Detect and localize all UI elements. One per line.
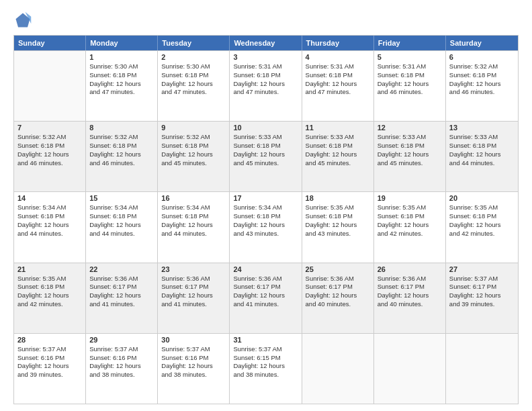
day-number: 5 <box>378 53 442 61</box>
day-number: 16 <box>161 194 226 202</box>
cell-line: and 39 minutes. <box>449 300 515 309</box>
day-number: 20 <box>449 194 515 202</box>
cell-line: and 40 minutes. <box>306 300 370 309</box>
cell-line: Sunset: 6:18 PM <box>89 212 154 221</box>
calendar-cell: 7Sunrise: 5:32 AMSunset: 6:18 PMDaylight… <box>14 122 86 191</box>
calendar-cell: 6Sunrise: 5:32 AMSunset: 6:18 PMDaylight… <box>446 51 518 121</box>
cell-line: Daylight: 12 hours <box>89 80 154 89</box>
day-number: 4 <box>306 53 370 61</box>
cell-line: and 39 minutes. <box>17 371 82 379</box>
cell-line: and 43 minutes. <box>306 230 370 238</box>
cell-line: Sunrise: 5:30 AM <box>161 62 226 71</box>
day-number: 3 <box>233 53 298 61</box>
cell-line: Sunset: 6:16 PM <box>89 354 154 363</box>
cell-line: and 41 minutes. <box>233 300 298 309</box>
day-number: 24 <box>233 265 298 273</box>
calendar-cell: 20Sunrise: 5:35 AMSunset: 6:18 PMDayligh… <box>446 192 518 262</box>
cell-line: Sunset: 6:16 PM <box>17 354 82 363</box>
cell-line: Daylight: 12 hours <box>17 362 82 371</box>
day-number: 19 <box>378 194 442 202</box>
cell-line: Sunrise: 5:30 AM <box>89 62 154 71</box>
cell-line: Sunset: 6:18 PM <box>233 212 298 221</box>
calendar-cell <box>446 334 518 404</box>
cell-line: Sunrise: 5:37 AM <box>89 345 154 354</box>
day-number: 1 <box>89 53 154 61</box>
cell-line: Sunset: 6:18 PM <box>449 71 515 80</box>
calendar-header-cell: Tuesday <box>158 36 230 50</box>
cell-line: Daylight: 12 hours <box>233 291 298 300</box>
cell-line: Sunset: 6:18 PM <box>378 212 442 221</box>
day-number: 9 <box>161 124 226 132</box>
cell-line: Daylight: 12 hours <box>306 291 370 300</box>
cell-line: Sunrise: 5:32 AM <box>449 62 515 71</box>
cell-line: Sunrise: 5:37 AM <box>449 275 515 283</box>
cell-line: Daylight: 12 hours <box>161 291 226 300</box>
day-number: 21 <box>17 265 82 273</box>
day-number: 31 <box>233 336 298 344</box>
calendar-cell: 10Sunrise: 5:33 AMSunset: 6:18 PMDayligh… <box>230 122 302 191</box>
cell-line: Daylight: 12 hours <box>378 221 442 230</box>
day-number: 18 <box>306 194 370 202</box>
cell-line: Daylight: 12 hours <box>449 291 515 300</box>
cell-line: and 47 minutes. <box>89 88 154 97</box>
day-number: 8 <box>89 124 154 132</box>
cell-line: and 43 minutes. <box>233 230 298 238</box>
cell-line: and 44 minutes. <box>17 230 82 238</box>
calendar-row: 28Sunrise: 5:37 AMSunset: 6:16 PMDayligh… <box>14 333 518 404</box>
cell-line: Sunrise: 5:34 AM <box>233 203 298 212</box>
cell-line: Sunrise: 5:32 AM <box>17 133 82 142</box>
calendar-cell: 30Sunrise: 5:37 AMSunset: 6:16 PMDayligh… <box>158 334 230 404</box>
cell-line: and 47 minutes. <box>306 88 370 97</box>
cell-line: Daylight: 12 hours <box>17 150 82 159</box>
calendar-cell: 29Sunrise: 5:37 AMSunset: 6:16 PMDayligh… <box>86 334 158 404</box>
cell-line: Sunrise: 5:35 AM <box>378 203 442 212</box>
calendar-cell: 18Sunrise: 5:35 AMSunset: 6:18 PMDayligh… <box>302 192 374 262</box>
cell-line: Sunrise: 5:33 AM <box>233 133 298 142</box>
cell-line: Daylight: 12 hours <box>161 362 226 371</box>
day-number: 2 <box>161 53 226 61</box>
calendar-cell: 4Sunrise: 5:31 AMSunset: 6:18 PMDaylight… <box>302 51 374 121</box>
calendar-cell: 15Sunrise: 5:34 AMSunset: 6:18 PMDayligh… <box>86 192 158 262</box>
calendar-cell: 23Sunrise: 5:36 AMSunset: 6:17 PMDayligh… <box>158 263 230 333</box>
calendar-cell: 16Sunrise: 5:34 AMSunset: 6:18 PMDayligh… <box>158 192 230 262</box>
cell-line: Sunset: 6:18 PM <box>161 142 226 150</box>
cell-line: Sunrise: 5:33 AM <box>306 133 370 142</box>
cell-line: and 45 minutes. <box>306 159 370 168</box>
cell-line: and 38 minutes. <box>161 371 226 379</box>
cell-line: Daylight: 12 hours <box>306 221 370 230</box>
cell-line: Daylight: 12 hours <box>17 221 82 230</box>
calendar-header-cell: Thursday <box>302 36 374 50</box>
cell-line: Sunrise: 5:31 AM <box>306 62 370 71</box>
cell-line: Sunset: 6:18 PM <box>89 142 154 150</box>
day-number: 29 <box>89 336 154 344</box>
cell-line: Sunset: 6:18 PM <box>306 212 370 221</box>
calendar-cell: 25Sunrise: 5:36 AMSunset: 6:17 PMDayligh… <box>302 263 374 333</box>
calendar-row: 21Sunrise: 5:35 AMSunset: 6:18 PMDayligh… <box>14 263 518 333</box>
day-number: 13 <box>449 124 515 132</box>
calendar-header-cell: Saturday <box>446 36 518 50</box>
cell-line: and 41 minutes. <box>89 300 154 309</box>
cell-line: Sunset: 6:18 PM <box>306 142 370 150</box>
cell-line: Daylight: 12 hours <box>89 362 154 371</box>
day-number: 10 <box>233 124 298 132</box>
cell-line: Sunset: 6:18 PM <box>233 71 298 80</box>
cell-line: Sunrise: 5:31 AM <box>378 62 442 71</box>
cell-line: and 44 minutes. <box>89 230 154 238</box>
cell-line: Daylight: 12 hours <box>449 150 515 159</box>
calendar-cell: 14Sunrise: 5:34 AMSunset: 6:18 PMDayligh… <box>14 192 86 262</box>
calendar-header-cell: Wednesday <box>230 36 302 50</box>
cell-line: Daylight: 12 hours <box>449 80 515 89</box>
logo-icon <box>13 11 32 30</box>
calendar-cell: 26Sunrise: 5:36 AMSunset: 6:17 PMDayligh… <box>374 263 446 333</box>
calendar-cell: 28Sunrise: 5:37 AMSunset: 6:16 PMDayligh… <box>14 334 86 404</box>
cell-line: and 46 minutes. <box>378 88 442 97</box>
cell-line: Sunrise: 5:34 AM <box>17 203 82 212</box>
cell-line: Sunrise: 5:33 AM <box>449 133 515 142</box>
page: SundayMondayTuesdayWednesdayThursdayFrid… <box>0 0 532 411</box>
cell-line: Daylight: 12 hours <box>161 80 226 89</box>
cell-line: Daylight: 12 hours <box>161 221 226 230</box>
day-number: 25 <box>306 265 370 273</box>
cell-line: Sunrise: 5:35 AM <box>17 275 82 283</box>
cell-line: Sunset: 6:18 PM <box>306 71 370 80</box>
cell-line: Daylight: 12 hours <box>233 150 298 159</box>
